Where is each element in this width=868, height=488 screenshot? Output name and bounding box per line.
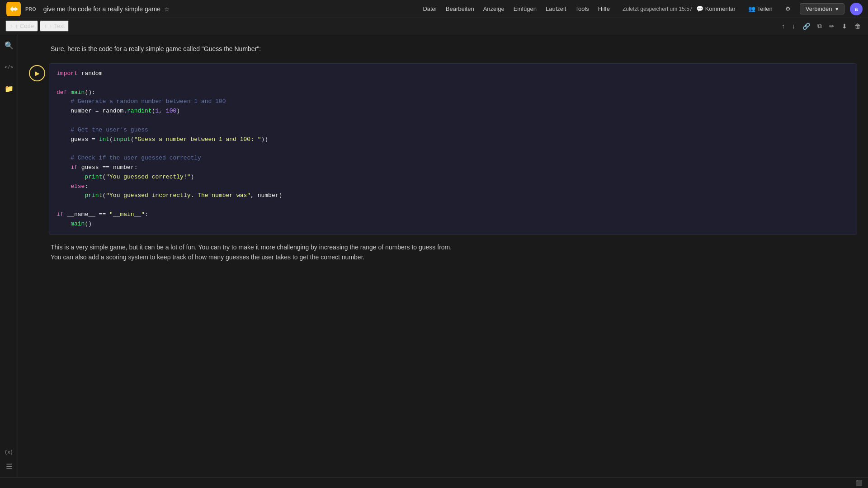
code-line-8: guess = int(input("Guess a number betwee… — [57, 135, 849, 145]
add-text-button[interactable]: + + Text — [40, 20, 69, 32]
sidebar-terminal-icon[interactable]: {x} — [2, 445, 16, 459]
code-line-2 — [57, 79, 849, 88]
add-code-button[interactable]: + + Code — [5, 20, 38, 32]
menu-einfuegen[interactable]: Einfügen — [510, 4, 540, 14]
code-line-17: main() — [57, 220, 849, 229]
code-line-1: import random — [57, 69, 849, 79]
terminal-icon[interactable]: ⬛ — [856, 480, 863, 486]
bottom-status-bar: ⬛ — [0, 477, 868, 488]
move-up-button[interactable]: ↑ — [780, 22, 787, 31]
toolbar: + + Code + + Text ↑ ↓ 🔗 ⧉ ✏ ⬇ 🗑 — [0, 18, 868, 34]
link-button[interactable]: 🔗 — [801, 22, 812, 31]
run-button-wrapper: ▶ — [29, 65, 45, 81]
kommentar-icon: 💬 — [696, 5, 703, 12]
sidebar-folder-icon[interactable]: 📁 — [2, 81, 16, 96]
kommentar-button[interactable]: 💬 Kommentar — [693, 4, 739, 14]
menu-datei[interactable]: Datei — [419, 4, 440, 14]
code-cell: ▶ import random def main(): # Generate a… — [29, 63, 857, 235]
run-button[interactable]: ▶ — [29, 65, 45, 81]
connect-label: Verbinden — [806, 5, 832, 12]
logo-area: PRO — [5, 1, 36, 17]
top-bar: PRO give me the code for a really simple… — [0, 0, 868, 18]
menu-hilfe[interactable]: Hilfe — [594, 4, 613, 14]
main-layout: 🔍 </> 📁 {x} ☰ Sure, here is the code for… — [0, 34, 868, 477]
code-line-13: else: — [57, 182, 849, 192]
intro-text: Sure, here is the code for a really simp… — [51, 45, 261, 52]
code-line-16: if __name__ == "__main__": — [57, 210, 849, 220]
teilen-label: Teilen — [757, 5, 773, 12]
avatar[interactable]: a — [850, 3, 863, 15]
add-text-label: + Text — [49, 23, 65, 29]
plus-code-icon: + — [9, 23, 13, 29]
sidebar-bottom: {x} ☰ — [2, 445, 16, 474]
sidebar-files-icon[interactable]: ☰ — [2, 459, 16, 474]
code-block[interactable]: import random def main(): # Generate a r… — [49, 63, 857, 235]
description-cell: This is a very simple game, but it can b… — [29, 239, 857, 266]
save-status: Zuletzt gespeichert um 15:57 — [623, 6, 693, 12]
top-right-actions: 💬 Kommentar 👥 Teilen ⚙ Verbinden ▾ a — [693, 3, 863, 15]
code-line-3: def main(): — [57, 88, 849, 98]
menu-bar: Datei Bearbeiten Anzeige Einfügen Laufze… — [419, 4, 692, 14]
connect-button[interactable]: Verbinden ▾ — [800, 3, 844, 14]
code-line-11: if guess == number: — [57, 163, 849, 173]
toolbar-right: ↑ ↓ 🔗 ⧉ ✏ ⬇ 🗑 — [780, 21, 863, 31]
content-area: Sure, here is the code for a really simp… — [18, 34, 868, 477]
notebook-title: give me the code for a really simple gam… — [43, 5, 160, 13]
gear-icon: ⚙ — [785, 5, 791, 12]
colab-logo[interactable] — [5, 1, 22, 17]
copy-button[interactable]: ⧉ — [816, 21, 824, 31]
code-line-15 — [57, 201, 849, 210]
description-line1: This is a very simple game, but it can b… — [51, 242, 854, 252]
menu-tools[interactable]: Tools — [572, 4, 593, 14]
code-line-10: # Check if the user guessed correctly — [57, 154, 849, 163]
menu-laufzeit[interactable]: Laufzeit — [542, 4, 570, 14]
sidebar-code-icon[interactable]: </> — [2, 60, 16, 74]
download-button[interactable]: ⬇ — [840, 22, 849, 31]
code-line-14: print("You guessed incorrectly. The numb… — [57, 191, 849, 201]
settings-button[interactable]: ⚙ — [782, 4, 794, 14]
delete-button[interactable]: 🗑 — [853, 22, 863, 31]
pro-label: PRO — [25, 6, 36, 12]
intro-text-cell: Sure, here is the code for a really simp… — [29, 42, 857, 56]
notebook-title-area: give me the code for a really simple gam… — [43, 5, 420, 13]
connect-chevron: ▾ — [835, 5, 839, 12]
teilen-icon: 👥 — [748, 5, 755, 12]
teilen-button[interactable]: 👥 Teilen — [745, 4, 776, 14]
code-line-4: # Generate a random number between 1 and… — [57, 97, 849, 107]
code-line-9 — [57, 144, 849, 154]
menu-anzeige[interactable]: Anzeige — [480, 4, 508, 14]
left-sidebar: 🔍 </> 📁 {x} ☰ — [0, 34, 18, 477]
description-line2: You can also add a scoring system to kee… — [51, 252, 854, 262]
code-line-6 — [57, 116, 849, 126]
plus-text-icon: + — [44, 23, 47, 29]
code-line-12: print("You guessed correctly!") — [57, 173, 849, 182]
code-line-7: # Get the user's guess — [57, 126, 849, 135]
sidebar-search-icon[interactable]: 🔍 — [2, 38, 16, 52]
star-icon[interactable]: ☆ — [164, 5, 170, 13]
menu-bearbeiten[interactable]: Bearbeiten — [442, 4, 478, 14]
code-line-5: number = random.randint(1, 100) — [57, 107, 849, 116]
add-code-label: + Code — [15, 23, 34, 29]
move-down-button[interactable]: ↓ — [790, 22, 797, 31]
kommentar-label: Kommentar — [705, 5, 736, 12]
edit-button[interactable]: ✏ — [827, 22, 836, 31]
